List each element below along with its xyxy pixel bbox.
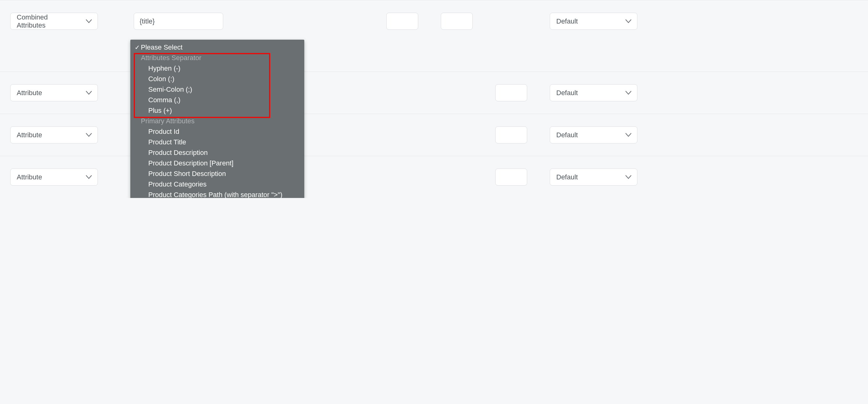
chevron-down-icon [625,91,631,95]
dropdown-option-label: Product Categories Path (with separator … [148,191,282,198]
dropdown-option-label: Product Id [148,128,179,135]
dropdown-option-label: Comma (,) [148,96,181,104]
dropdown-option-label: Product Short Description [148,170,226,177]
dropdown-option[interactable]: Product Description [130,147,304,158]
dropdown-option-label: Product Description [148,149,208,156]
dropdown-option-label: Hyphen (-) [148,64,181,72]
dropdown-option-label: Plus (+) [148,107,172,114]
dropdown-option[interactable]: Semi-Colon (;) [130,84,304,95]
dropdown-option[interactable]: Comma (,) [130,95,304,105]
prefix-input[interactable] [386,13,418,30]
output-select-label: Default [556,89,578,97]
chevron-down-icon [86,175,92,179]
extra-input[interactable] [495,84,527,101]
output-select[interactable]: Default [550,13,638,30]
output-select-label: Default [556,173,578,181]
output-select[interactable]: Default [550,169,638,185]
dropdown-option-label: Product Categories [148,180,207,188]
dropdown-option[interactable]: Plus (+) [130,105,304,116]
chevron-down-icon [86,91,92,95]
dropdown-group-primary-attrs: Primary Attributes [130,116,304,126]
attribute-value-input[interactable] [134,13,223,30]
dropdown-option-label: Please Select [141,44,183,51]
dropdown-option[interactable]: Product Description [Parent] [130,158,304,169]
dropdown-option[interactable]: Product Short Description [130,169,304,179]
chevron-down-icon [625,133,631,137]
dropdown-option[interactable]: Colon (:) [130,74,304,84]
output-select-label: Default [556,17,578,25]
dropdown-option-please-select[interactable]: ✓ Please Select [130,42,304,53]
dropdown-option[interactable]: Product Id [130,126,304,137]
dropdown-option-label: Product Title [148,138,186,146]
chevron-down-icon [86,133,92,137]
suffix-input[interactable] [441,13,473,30]
dropdown-option[interactable]: Product Title [130,137,304,147]
dropdown-option-label: Product Description [Parent] [148,159,234,167]
attribute-type-select[interactable]: Combined Attributes [10,13,98,30]
dropdown-option-label: Colon (:) [148,75,174,83]
extra-input[interactable] [495,126,527,143]
attribute-value-dropdown[interactable]: ✓ Please Select Attributes Separator Hyp… [130,40,304,198]
attribute-type-select[interactable]: Attribute [10,126,98,143]
attribute-type-label: Combined Attributes [17,13,77,29]
dropdown-option[interactable]: Product Categories [130,179,304,190]
attribute-type-select[interactable]: Attribute [10,169,98,185]
extra-input[interactable] [495,169,527,185]
attribute-type-label: Attribute [17,131,42,139]
attribute-type-label: Attribute [17,173,42,181]
output-select[interactable]: Default [550,84,638,101]
chevron-down-icon [625,19,631,23]
dropdown-group-attr-separator: Attributes Separator [130,53,304,63]
dropdown-option[interactable]: Product Categories Path (with separator … [130,190,304,198]
dropdown-option[interactable]: Hyphen (-) [130,63,304,74]
output-select[interactable]: Default [550,126,638,143]
attribute-type-label: Attribute [17,89,42,97]
output-select-label: Default [556,131,578,139]
checkmark-icon: ✓ [135,42,140,53]
attribute-type-select[interactable]: Attribute [10,84,98,101]
chevron-down-icon [625,175,631,179]
chevron-down-icon [86,19,92,23]
dropdown-option-label: Semi-Colon (;) [148,86,192,93]
